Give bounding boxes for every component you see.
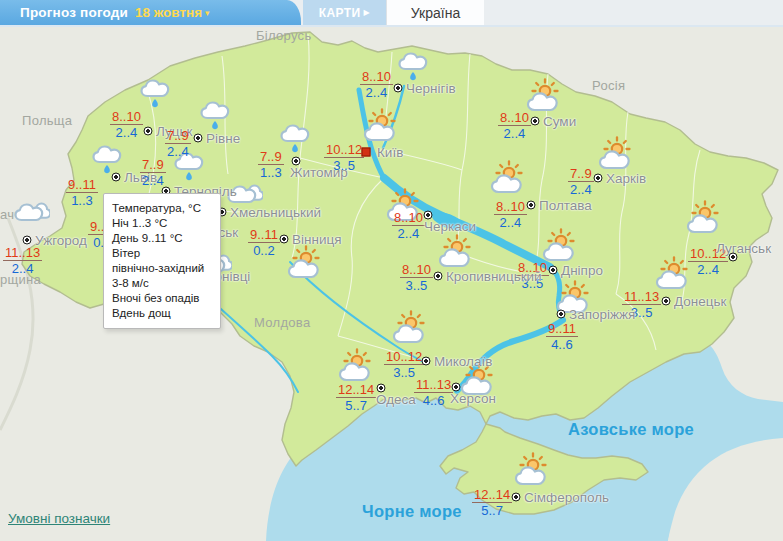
city-label[interactable]: Луганськ <box>716 241 771 256</box>
city-marker[interactable] <box>280 235 289 244</box>
city-label[interactable]: Вінниця <box>292 232 342 247</box>
tooltip-line: Вдень дощ <box>112 306 212 321</box>
tooltip-line: Ніч 1..3 °С <box>112 216 212 231</box>
night-temp: 3..5 <box>324 158 364 172</box>
weather-icon-partly[interactable] <box>287 245 325 283</box>
weather-icon-partly[interactable] <box>526 78 564 116</box>
city-marker[interactable] <box>527 201 536 210</box>
day-temp: 12..14 <box>336 383 376 398</box>
date-selector[interactable]: 18 жовтня▾ <box>135 5 210 20</box>
temperature-value: 9..114..6 <box>546 322 578 351</box>
weather-icon-partly[interactable] <box>338 348 376 386</box>
weather-icon-rain[interactable] <box>200 97 234 135</box>
city-label[interactable]: Миколаїв <box>434 354 492 369</box>
temperature-value: 11..134..6 <box>414 378 453 407</box>
city-marker[interactable] <box>549 266 558 275</box>
city-label[interactable]: Хмельницький <box>230 205 321 220</box>
tab-forecast[interactable]: Прогноз погоди 18 жовтня▾ <box>0 0 301 25</box>
day-temp: 8..10 <box>392 211 425 226</box>
temperature-value: 10..123..5 <box>324 143 364 172</box>
weather-icon-rain[interactable] <box>140 75 174 113</box>
city-label[interactable]: Ужгород <box>35 233 87 248</box>
city-label[interactable]: Харків <box>606 171 646 186</box>
city-marker[interactable] <box>194 134 203 143</box>
tab-ukraine[interactable]: Україна <box>386 0 485 25</box>
day-temp: 8..10 <box>110 110 143 125</box>
temperature-value: 7..91..3 <box>258 150 284 179</box>
weather-icon-partly[interactable] <box>686 200 724 238</box>
night-temp: 2..4 <box>360 85 393 99</box>
maps-button-label: КАРТИ <box>319 6 361 20</box>
city-marker[interactable] <box>557 310 566 319</box>
weather-icon-partly[interactable] <box>392 310 430 348</box>
country-label: Білорусь <box>256 28 312 43</box>
city-marker[interactable] <box>452 383 461 392</box>
day-temp: 9..11 <box>66 178 98 193</box>
temperature-value: 12..145..7 <box>336 383 376 412</box>
sea-label: Азовське море <box>568 420 694 439</box>
night-temp: 4..6 <box>414 393 453 407</box>
tooltip-line: День 9..11 °С <box>112 231 212 246</box>
city-marker[interactable] <box>729 253 738 262</box>
country-label: Молдова <box>254 315 310 330</box>
capital-marker[interactable] <box>362 148 371 157</box>
city-marker[interactable] <box>531 117 540 126</box>
day-temp: 11..13 <box>414 378 453 393</box>
day-temp: 9..11 <box>546 322 578 337</box>
city-marker[interactable] <box>512 493 521 502</box>
day-temp: 8..10 <box>400 263 433 278</box>
city-marker[interactable] <box>662 297 671 306</box>
temperature-value: 7..92..4 <box>165 129 191 158</box>
city-label[interactable]: Київ <box>377 145 403 160</box>
city-label[interactable]: Рівне <box>206 131 240 146</box>
legend-link[interactable]: Умовні позначки <box>8 511 110 526</box>
city-label[interactable]: Суми <box>543 114 576 129</box>
city-marker[interactable] <box>424 211 433 220</box>
day-temp: 12..14 <box>472 488 512 503</box>
city-marker[interactable] <box>112 173 121 182</box>
city-marker[interactable] <box>434 272 443 281</box>
night-temp: 2..4 <box>3 261 42 275</box>
temperature-value: 7..92..4 <box>568 167 594 196</box>
day-temp: 11..13 <box>3 246 42 261</box>
city-label[interactable]: Сімферополь <box>524 490 609 505</box>
city-marker[interactable] <box>292 157 301 166</box>
temperature-value: 9..110..2 <box>248 228 280 257</box>
page-title: Прогноз погоди <box>20 5 128 20</box>
city-marker[interactable] <box>594 174 603 183</box>
night-temp: 2..4 <box>392 226 425 240</box>
city-marker[interactable] <box>394 84 403 93</box>
weather-icon-rain[interactable] <box>280 120 314 158</box>
night-temp: 2..4 <box>688 262 728 276</box>
city-label[interactable]: Кропивницький <box>446 269 542 284</box>
date-label: 18 жовтня <box>135 5 202 20</box>
day-temp: 7..9 <box>258 150 284 165</box>
night-temp: 1..3 <box>258 165 284 179</box>
temperature-value: 7..92..4 <box>140 158 166 187</box>
city-label[interactable]: Дніпро <box>561 263 603 278</box>
city-marker[interactable] <box>377 384 386 393</box>
weather-icon-cloud[interactable] <box>14 198 50 226</box>
city-marker[interactable] <box>144 127 153 136</box>
weather-icon-partly[interactable] <box>514 452 552 490</box>
temperature-value: 8..102..4 <box>494 200 527 229</box>
city-label[interactable]: Донецьк <box>674 294 726 309</box>
city-label[interactable]: Одеса <box>376 392 416 407</box>
maps-button[interactable]: КАРТИ▶ <box>303 0 386 25</box>
day-temp: 11..13 <box>622 290 661 305</box>
weather-icon-partly[interactable] <box>363 108 401 146</box>
city-label[interactable]: Запоріжжя <box>569 307 635 322</box>
night-temp: 2..4 <box>568 182 594 196</box>
city-label[interactable]: Херсон <box>450 391 496 406</box>
city-label[interactable]: Черкаси <box>424 219 476 234</box>
tooltip-line: Вітер <box>112 246 212 261</box>
weather-icon-rain[interactable] <box>92 141 126 179</box>
weather-icon-partly[interactable] <box>598 136 636 174</box>
weather-icon-partly[interactable] <box>438 234 476 272</box>
city-label[interactable]: Полтава <box>539 198 592 213</box>
weather-icon-partly[interactable] <box>490 160 528 198</box>
city-marker[interactable] <box>422 357 431 366</box>
city-label[interactable]: Чернігів <box>406 81 456 96</box>
night-temp: 4..6 <box>546 337 578 351</box>
city-marker[interactable] <box>23 236 32 245</box>
